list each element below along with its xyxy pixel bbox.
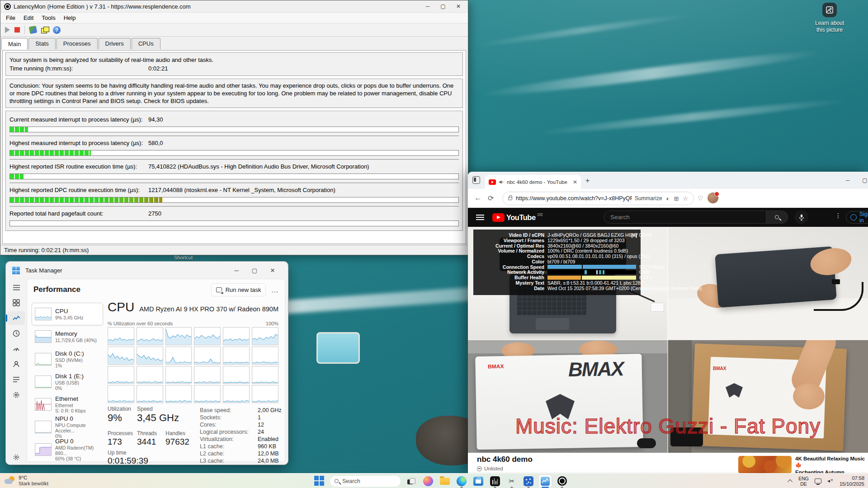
scissors-icon: ✂ (509, 477, 515, 485)
task-manager-button[interactable] (539, 475, 552, 488)
help-icon[interactable]: ? (53, 26, 61, 34)
weather-widget[interactable]: 9°C Stark bewölkt (5, 474, 48, 487)
task-manager-titlebar[interactable]: Task Manager ─ ▢ ✕ (6, 262, 288, 279)
mixer-app-button[interactable] (489, 475, 501, 488)
menu-edit[interactable]: Edit (20, 14, 37, 22)
minimize-button[interactable]: ─ (227, 267, 245, 274)
sidebar-item-npu[interactable]: NPU 0NPU Compute Acceler...0% (32, 416, 103, 438)
copy-report-icon[interactable] (41, 27, 48, 33)
tab-processes[interactable]: Processes (57, 38, 98, 49)
tools-icon[interactable] (29, 26, 38, 34)
sidebar-item-disk1[interactable]: Disk 1 (E:)USB (USB)0% (32, 371, 103, 393)
metric-value: 75,410822 (HDAudBus.sys - High Definitio… (148, 162, 369, 171)
copilot-button[interactable] (422, 475, 434, 488)
kebab-menu-icon[interactable]: ⋮ (835, 212, 841, 219)
sidebar-item-ethernet[interactable]: EthernetEthernetS: 0 R: 0 Kbps (32, 393, 103, 416)
active-tab[interactable]: nbc 4k60 demo - YouTube ✕ (485, 175, 581, 189)
sign-in-button[interactable]: Sign in (846, 211, 868, 224)
taskbar-search[interactable]: Search (330, 475, 401, 487)
nav-performance-icon[interactable] (8, 311, 25, 325)
performance-header: Performance Run new task ... (27, 279, 285, 300)
weather-temperature: 9°C (19, 474, 48, 481)
learn-about-picture-widget[interactable]: Learn about this picture (812, 3, 847, 33)
network-icon[interactable] (815, 479, 821, 483)
spec-value: 960 KB (258, 443, 276, 450)
browser-essentials-icon[interactable]: ♡ (698, 195, 703, 202)
picture-icon[interactable] (822, 3, 837, 17)
browser-toolbar: ← ⟳ https://www.youtube.com/watch?v=J-x8… (468, 189, 868, 208)
stop-monitor-icon[interactable] (14, 27, 20, 33)
url-text[interactable]: https://www.youtube.com/watch?v=J-x8HPyQ… (516, 195, 632, 202)
settings-gear-icon[interactable] (6, 454, 27, 461)
tab-actions-icon[interactable] (472, 176, 480, 184)
latencymon-titlebar[interactable]: LatencyMon (Home Edition ) v 7.31 - http… (0, 0, 468, 12)
volume-muted-icon[interactable] (827, 479, 834, 484)
stats-label: Mystery Text (477, 281, 544, 286)
start-monitor-icon[interactable] (5, 27, 10, 33)
close-button[interactable]: ✕ (451, 2, 466, 11)
menu-file[interactable]: File (2, 14, 19, 22)
close-button[interactable]: ✕ (264, 267, 282, 274)
hidden-icons-chevron[interactable] (788, 479, 793, 484)
stats-close-button[interactable]: [x] (631, 233, 637, 238)
profile-avatar[interactable] (708, 192, 718, 203)
clock[interactable]: 07:58 15/10/2025 (840, 475, 864, 487)
copilot-icon[interactable]: ◐ (666, 195, 670, 202)
sidebar-item-disk0[interactable]: Disk 0 (C:)SSD (NVMe)1% (32, 348, 103, 371)
task-view-button[interactable] (405, 475, 418, 488)
recommendation-thumbnail[interactable] (738, 456, 792, 474)
summarize-button[interactable]: Summarize (635, 195, 662, 202)
desktop-shortcut-label[interactable]: Shortcut (174, 255, 193, 260)
language-indicator[interactable]: ENG DE (798, 476, 809, 487)
lock-icon (508, 197, 512, 200)
file-explorer-button[interactable] (439, 475, 451, 488)
nav-services-icon[interactable] (8, 388, 25, 402)
more-options-button[interactable]: ... (271, 286, 278, 294)
youtube-search-button[interactable] (766, 211, 788, 224)
new-tab-button[interactable]: + (585, 177, 590, 185)
minimize-button[interactable]: ─ (839, 172, 857, 189)
maximize-button[interactable]: ▢ (856, 172, 868, 189)
youtube-logo[interactable]: YouTube DE (492, 213, 543, 222)
snipping-tool-button[interactable]: ✂ (505, 475, 518, 488)
nav-app-history-icon[interactable] (8, 327, 25, 340)
windows-logo-icon (314, 475, 325, 487)
latencymon-button[interactable] (556, 475, 568, 488)
tab-main[interactable]: Main (1, 38, 28, 50)
split-screen-icon[interactable]: ⊞ (674, 195, 679, 202)
favorite-star-icon[interactable]: ☆ (683, 195, 688, 202)
ai-app-button[interactable] (522, 475, 535, 488)
address-bar[interactable]: https://www.youtube.com/watch?v=J-x8HPyQ… (502, 192, 694, 205)
menu-help[interactable]: Help (60, 14, 80, 22)
youtube-menu-icon[interactable] (476, 215, 484, 220)
refresh-icon[interactable]: ⟳ (488, 194, 494, 202)
start-button[interactable] (313, 475, 326, 488)
store-button[interactable] (472, 475, 485, 488)
edge-button[interactable] (455, 475, 468, 488)
recommendation-title[interactable]: 4K Beautiful Relaxing Music 🍁 Enchanting… (795, 455, 865, 474)
nav-users-icon[interactable] (8, 357, 25, 371)
maximize-button[interactable]: ▢ (435, 2, 451, 11)
video-player[interactable]: BMAX BMAX BMAX [x] Video ID / sCPNJ-x8HP… (468, 227, 868, 453)
maximize-button[interactable]: ▢ (245, 267, 264, 274)
back-icon[interactable]: ← (474, 194, 481, 202)
nav-processes-icon[interactable] (8, 296, 25, 310)
sidebar-item-gpu[interactable]: GPU 0AMD Radeon(TM) 890...60% (38 °C) (32, 438, 103, 461)
spec-value: 2,00 GHz (258, 407, 282, 414)
voice-search-button[interactable] (794, 210, 808, 224)
minimize-button[interactable]: ─ (420, 2, 435, 11)
sidebar-item-memory[interactable]: Memory11,7/29,6 GB (40%) (32, 325, 103, 348)
tab-drivers[interactable]: Drivers (99, 38, 131, 49)
hamburger-icon[interactable] (8, 281, 25, 294)
tab-cpus[interactable]: CPUs (132, 38, 160, 49)
menu-tools[interactable]: Tools (38, 14, 59, 22)
nav-startup-apps-icon[interactable] (8, 342, 25, 356)
tab-stats[interactable]: Stats (28, 38, 56, 49)
stats-label: Date (477, 286, 544, 291)
run-new-task-button[interactable]: Run new task (211, 283, 266, 296)
nav-details-icon[interactable] (8, 373, 25, 386)
youtube-search-input[interactable]: Search (604, 211, 766, 224)
tab-close-icon[interactable]: ✕ (573, 179, 577, 185)
sidebar-item-cpu[interactable]: CPU9% 3,45 GHz (32, 303, 103, 325)
tab-audio-icon[interactable] (499, 179, 504, 185)
